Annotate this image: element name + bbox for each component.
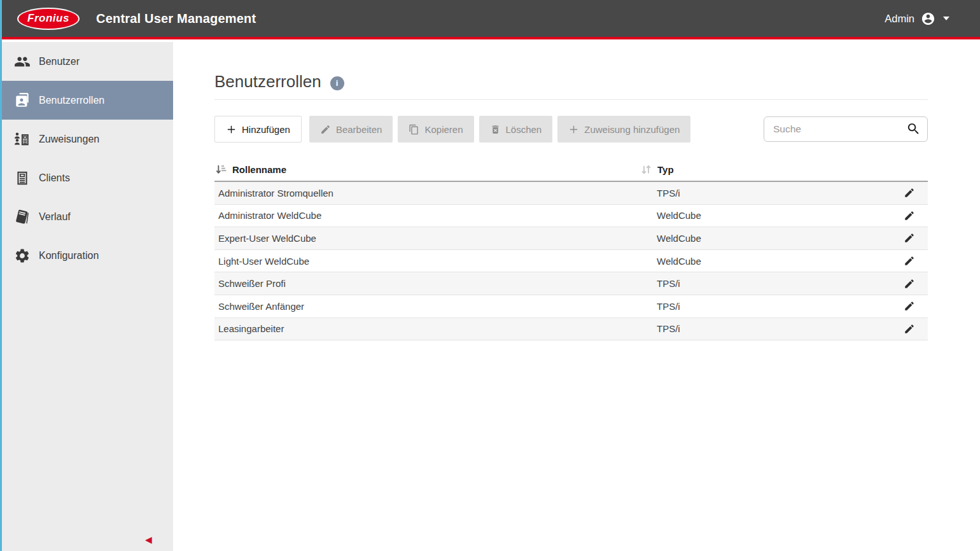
- table-row[interactable]: Schweißer Anfänger TPS/i: [214, 295, 928, 318]
- sidebar-item-benutzer[interactable]: Benutzer: [0, 42, 173, 81]
- row-edit-button[interactable]: [904, 210, 915, 221]
- pencil-icon: [904, 300, 915, 312]
- pencil-icon: [904, 255, 915, 267]
- add-button[interactable]: Hinzufügen: [214, 116, 302, 143]
- sidebar-item-konfiguration[interactable]: Konfiguration: [0, 236, 173, 275]
- copy-button[interactable]: Kopieren: [398, 116, 473, 143]
- role-name-cell: Light-User WeldCube: [214, 256, 648, 267]
- role-name-cell: Expert-User WeldCube: [214, 233, 648, 244]
- user-menu[interactable]: Admin: [885, 11, 949, 26]
- role-type-cell: TPS/i: [648, 188, 892, 199]
- pencil-icon: [320, 124, 331, 135]
- table-row[interactable]: Leasingarbeiter TPS/i: [214, 318, 928, 341]
- page-title: Benutzerrollen: [214, 72, 321, 92]
- search-icon[interactable]: [906, 122, 921, 136]
- row-edit-button[interactable]: [904, 300, 915, 312]
- role-name-cell: Schweißer Anfänger: [214, 301, 648, 312]
- pencil-icon: [904, 210, 915, 221]
- role-name-cell: Administrator WeldCube: [214, 210, 648, 221]
- app-header: Fronius Central User Management Admin: [0, 0, 980, 39]
- plus-icon: [568, 124, 579, 135]
- role-name-cell: Schweißer Profi: [214, 278, 648, 289]
- table-row[interactable]: Light-User WeldCube WeldCube: [214, 250, 928, 273]
- row-edit-button[interactable]: [904, 323, 915, 335]
- fronius-logo-text: Fronius: [27, 12, 69, 25]
- pencil-icon: [904, 232, 915, 244]
- row-edit-button[interactable]: [904, 255, 915, 267]
- sidebar-item-clients[interactable]: Clients: [0, 158, 173, 197]
- table-row[interactable]: Administrator WeldCube WeldCube: [214, 205, 928, 228]
- sidebar-item-zuweisungen[interactable]: Zuweisungen: [0, 120, 173, 158]
- user-name-label: Admin: [885, 13, 914, 25]
- sort-both-icon: [640, 164, 652, 176]
- fronius-logo: Fronius: [17, 8, 80, 30]
- row-edit-button[interactable]: [904, 187, 915, 199]
- sidebar: Benutzer Benutzerrollen Zuweisungen Clie…: [0, 42, 173, 551]
- sort-ascending-icon: [215, 164, 227, 176]
- role-type-cell: TPS/i: [648, 278, 892, 289]
- edit-button[interactable]: Bearbeiten: [309, 116, 393, 143]
- clients-icon: [14, 170, 31, 186]
- table-header-row: Rollenname Typ: [214, 158, 928, 182]
- row-edit-button[interactable]: [904, 278, 915, 289]
- history-icon: [14, 209, 31, 225]
- main-content: Benutzerrollen i Hinzufügen Bearbeiten K…: [173, 42, 980, 551]
- user-roles-icon: [14, 92, 31, 109]
- sidebar-item-benutzerrollen[interactable]: Benutzerrollen: [0, 81, 173, 120]
- row-edit-button[interactable]: [904, 232, 915, 244]
- role-name-cell: Administrator Stromquellen: [214, 188, 648, 199]
- app-title: Central User Management: [96, 11, 256, 26]
- toolbar: Hinzufügen Bearbeiten Kopieren Löschen Z…: [214, 116, 928, 143]
- column-header-rollenname[interactable]: Rollenname: [214, 164, 640, 176]
- role-type-cell: WeldCube: [648, 233, 892, 244]
- search-box: [764, 116, 928, 142]
- add-assignment-button[interactable]: Zuweisung hinzufügen: [557, 116, 690, 143]
- role-type-cell: WeldCube: [648, 210, 892, 221]
- column-header-typ[interactable]: Typ: [640, 164, 892, 176]
- role-name-cell: Leasingarbeiter: [214, 323, 648, 334]
- settings-icon: [14, 248, 31, 264]
- plus-icon: [226, 124, 237, 135]
- roles-table: Rollenname Typ Administrator Stromquelle…: [214, 158, 928, 340]
- assignments-icon: [14, 131, 31, 148]
- chevron-down-icon: [943, 17, 949, 20]
- sidebar-collapse-button[interactable]: ◀: [145, 535, 152, 544]
- info-icon[interactable]: i: [330, 76, 344, 90]
- window-edge-strip: [0, 0, 2, 551]
- role-type-cell: WeldCube: [648, 256, 892, 267]
- sidebar-item-verlauf[interactable]: Verlauf: [0, 197, 173, 236]
- delete-button[interactable]: Löschen: [479, 116, 553, 143]
- copy-icon: [409, 124, 419, 135]
- account-circle-icon: [921, 11, 935, 26]
- search-input[interactable]: [764, 116, 928, 142]
- role-type-cell: TPS/i: [648, 301, 892, 312]
- users-icon: [14, 53, 31, 70]
- pencil-icon: [904, 278, 915, 289]
- table-row[interactable]: Administrator Stromquellen TPS/i: [214, 182, 928, 205]
- table-row[interactable]: Schweißer Profi TPS/i: [214, 272, 928, 295]
- pencil-icon: [904, 187, 915, 199]
- table-row[interactable]: Expert-User WeldCube WeldCube: [214, 227, 928, 250]
- role-type-cell: TPS/i: [648, 323, 892, 334]
- trash-icon: [490, 124, 501, 135]
- pencil-icon: [904, 323, 915, 335]
- title-divider: [214, 99, 928, 100]
